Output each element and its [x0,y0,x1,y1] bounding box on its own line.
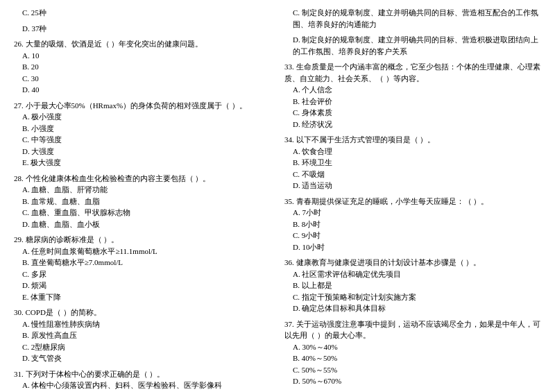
option-b: B. 社会评价 [284,96,541,108]
option-a: A. 血糖、血脂、肝肾功能 [14,184,271,196]
option-d: D. 适当运动 [284,180,541,191]
option-a: A. 社区需求评估和确定优先项目 [284,269,541,280]
option-b: B. 20 [14,61,271,73]
option-a: A. 30%～40% [284,341,541,353]
right-column: C. 制定良好的规章制度、建立并明确共同的目标、营造相互配合的工作氛围、培养良好… [284,7,541,392]
option-a: A. 7小时 [284,207,541,219]
question-text: 29. 糖尿病的诊断标准是（ ）。 [14,234,271,246]
option-b: B. 小强度 [14,123,271,135]
page: C. 25种 D. 37种 26. 大量的吸烟、饮酒是近（ ）年变化突出的健康问… [14,7,541,392]
question-35: 35. 青春期提供保证充足的睡眠，小学生每天应睡足：（ ）。 A. 7小时 B.… [284,196,541,253]
question-text: 30. COPD是（ ）的简称。 [14,307,271,318]
option-a: A. 个人信念 [284,84,541,96]
option-c: C. 50%～55% [284,364,541,376]
option-c: C. 中等强度 [14,134,271,146]
option-a: A. 极小强度 [14,111,271,123]
option-c: C. 30 [14,73,271,85]
option-d-top: D. 制定良好的规章制度、建立并明确共同的目标、营造积极进取团结向上的工作氛围、… [284,34,541,57]
question-37: 37. 关于运动强度注意事项中提到，运动不应该竭尽全力，如果是中年人，可以先用（… [284,318,541,387]
option-c25: C. 25种 [14,7,271,19]
question-text: 33. 生命质量是一个内涵丰富的概念，它至少包括：个体的生理健康、心理素质、自立… [284,61,541,84]
option-c: C. 9小时 [284,230,541,241]
option-c-top: C. 制定良好的规章制度、建立并明确共同的目标、营造相互配合的工作氛围、培养良好… [284,7,541,30]
option-b: B. 8小时 [284,219,541,230]
question-text: 37. 关于运动强度注意事项中提到，运动不应该竭尽全力，如果是中年人，可以先用（… [284,318,541,341]
option-a: A. 慢性阻塞性肺疾病纳 [14,318,271,330]
option-d: D. 经济状况 [284,119,541,130]
option-d: D. 烦渴 [14,280,271,291]
option-b: B. 环境卫生 [284,157,541,169]
option-c: C. 身体素质 [284,107,541,119]
option-c: C. 不吸烟 [284,169,541,180]
option-text: D. 37种 [14,23,271,35]
option-d: D. 确定总体目标和具体目标 [284,302,541,314]
option-d: D. 大强度 [14,146,271,157]
option-text: D. 制定良好的规章制度、建立并明确共同的目标、营造积极进取团结向上的工作氛围、… [284,34,541,57]
option-e: E. 极大强度 [14,157,271,169]
option-d: D. 10小时 [284,241,541,253]
option-d37: D. 37种 [14,23,271,35]
question-26: 26. 大量的吸烟、饮酒是近（ ）年变化突出的健康问题。 A. 10 B. 20… [14,38,271,96]
question-text: 27. 小于最大心率50%（HRmax%）的身体负荷的相对强度属于（ ）。 [14,100,271,112]
question-33: 33. 生命质量是一个内涵丰富的概念，它至少包括：个体的生理健康、心理素质、自立… [284,61,541,130]
question-29: 29. 糖尿病的诊断标准是（ ）。 A. 任意时间血浆葡萄糖水平≥11.1mmo… [14,234,271,302]
option-d: D. 支气管炎 [14,352,271,364]
question-27: 27. 小于最大心率50%（HRmax%）的身体负荷的相对强度属于（ ）。 A.… [14,100,271,169]
question-text: 26. 大量的吸烟、饮酒是近（ ）年变化突出的健康问题。 [14,38,271,50]
option-b: B. 直坐葡萄糖水平≥7.0mmol/L [14,257,271,269]
option-a: A. 体检中心须落设置内科、妇科、医学检验科、医学影像科 [14,380,271,391]
option-text: C. 25种 [14,7,271,19]
option-c: C. 血糖、重血脂、甲状腺标志物 [14,207,271,219]
option-d: D. 50%～670% [284,375,541,387]
option-b: B. 血常规、血糖、血脂 [14,196,271,207]
question-text: 34. 以下不属于生活方式管理的项目是（ ）。 [284,134,541,146]
question-text: 36. 健康教育与健康促进项目的计划设计基本步骤是（ ）。 [284,257,541,269]
option-c: C. 2型糖尿病 [14,341,271,353]
option-c: C. 多尿 [14,269,271,280]
option-e: E. 体重下降 [14,291,271,303]
option-b: B. 40%～50% [284,352,541,364]
option-text: C. 制定良好的规章制度、建立并明确共同的目标、营造相互配合的工作氛围、培养良好… [284,7,541,30]
question-34: 34. 以下不属于生活方式管理的项目是（ ）。 A. 饮食合理 B. 环境卫生 … [284,134,541,191]
question-31: 31. 下列对于体检中心的要求正确的是（ ）。 A. 体检中心须落设置内科、妇科… [14,368,271,393]
option-a: A. 任意时间血浆葡萄糖水平≥11.1mmol/L [14,246,271,257]
left-column: C. 25种 D. 37种 26. 大量的吸烟、饮酒是近（ ）年变化突出的健康问… [14,7,271,392]
option-c: C. 指定干预策略和制定计划实施方案 [284,291,541,303]
option-b: B. 以上都是 [284,280,541,291]
option-a: A. 10 [14,50,271,62]
question-text: 31. 下列对于体检中心的要求正确的是（ ）。 [14,368,271,380]
question-text: 28. 个性化健康体检血生化检验检查的内容主要包括（ ）。 [14,173,271,185]
option-d: D. 血糖、血脂、血小板 [14,219,271,230]
option-b: B. 原发性高血压 [14,330,271,341]
question-36: 36. 健康教育与健康促进项目的计划设计基本步骤是（ ）。 A. 社区需求评估和… [284,257,541,314]
question-28: 28. 个性化健康体检血生化检验检查的内容主要包括（ ）。 A. 血糖、血脂、肝… [14,173,271,230]
option-d: D. 40 [14,84,271,96]
content-columns: C. 25种 D. 37种 26. 大量的吸烟、饮酒是近（ ）年变化突出的健康问… [14,7,541,392]
question-30: 30. COPD是（ ）的简称。 A. 慢性阻塞性肺疾病纳 B. 原发性高血压 … [14,307,271,364]
option-a: A. 饮食合理 [284,146,541,157]
question-text: 35. 青春期提供保证充足的睡眠，小学生每天应睡足：（ ）。 [284,196,541,207]
